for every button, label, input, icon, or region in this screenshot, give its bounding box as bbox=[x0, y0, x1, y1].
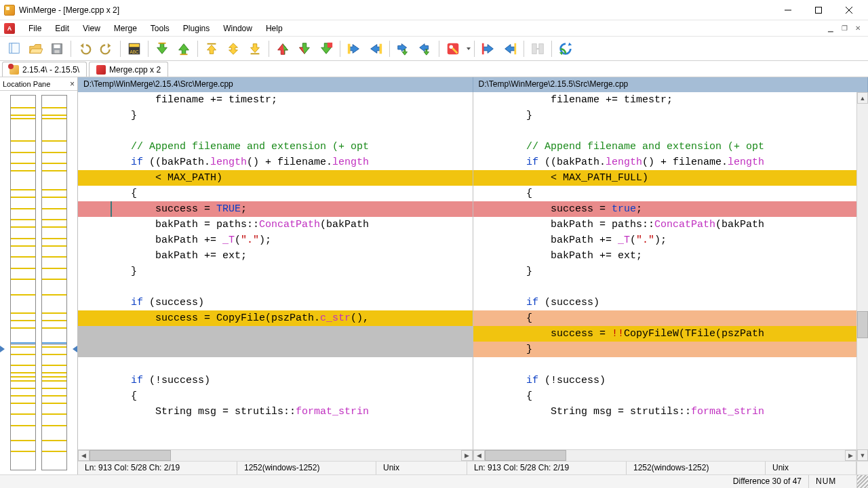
vertical-scrollbar[interactable]: ▲ ▼ bbox=[856, 92, 868, 461]
open-button[interactable] bbox=[25, 39, 45, 59]
scroll-right-icon[interactable]: ▶ bbox=[845, 450, 856, 461]
prev-diff-red-button[interactable] bbox=[294, 39, 315, 59]
menu-view[interactable]: View bbox=[76, 22, 107, 35]
svg-rect-16 bbox=[328, 42, 332, 47]
next-diff-red-button[interactable] bbox=[273, 39, 293, 59]
copy-right-advance-button[interactable] bbox=[393, 39, 414, 59]
menu-merge[interactable]: Merge bbox=[107, 22, 144, 35]
location-column-right[interactable] bbox=[41, 95, 67, 470]
menu-plugins[interactable]: Plugins bbox=[176, 22, 216, 35]
right-pane: filename += timestr; } // Append filenam… bbox=[473, 92, 868, 461]
right-eol: Unix bbox=[766, 462, 856, 474]
current-diff-button[interactable] bbox=[223, 39, 243, 59]
svg-rect-24 bbox=[539, 43, 543, 54]
refresh-button[interactable] bbox=[555, 39, 576, 59]
left-file-path: D:\Temp\WinMerge\2.15.4\Src\Merge.cpp bbox=[78, 77, 473, 92]
svg-rect-8 bbox=[54, 49, 59, 53]
svg-rect-15 bbox=[251, 53, 260, 54]
next-conflict-button[interactable] bbox=[316, 39, 336, 59]
svg-rect-18 bbox=[380, 43, 382, 54]
tab-file-compare[interactable]: Merge.cpp x 2 bbox=[89, 62, 168, 77]
svg-rect-12 bbox=[159, 42, 166, 43]
tab-label: Merge.cpp x 2 bbox=[109, 65, 161, 75]
left-eol: Unix bbox=[376, 462, 467, 474]
mdi-close-icon[interactable]: ✕ bbox=[852, 22, 864, 35]
scroll-down-icon[interactable]: ▼ bbox=[857, 449, 868, 461]
toolbar: ABC bbox=[0, 37, 868, 61]
location-column-left[interactable] bbox=[10, 95, 36, 470]
svg-rect-1 bbox=[815, 7, 821, 13]
left-pane: filename += timestr; } // Append filenam… bbox=[78, 92, 473, 461]
left-horizontal-scrollbar[interactable]: ◀ ▶ bbox=[78, 449, 473, 461]
mdi-restore-icon[interactable]: ❐ bbox=[838, 22, 850, 35]
diff-counter: Difference 30 of 47 bbox=[726, 475, 809, 488]
svg-rect-10 bbox=[130, 43, 140, 47]
left-position: Ln: 913 Col: 5/28 Ch: 2/19 bbox=[78, 462, 237, 474]
all-right-button[interactable] bbox=[478, 39, 498, 59]
dropdown-icon[interactable] bbox=[466, 41, 471, 56]
svg-rect-22 bbox=[514, 43, 516, 54]
scroll-thumb[interactable] bbox=[90, 450, 171, 461]
close-icon[interactable]: × bbox=[70, 79, 75, 89]
last-diff-button[interactable] bbox=[245, 39, 265, 59]
next-diff-button[interactable] bbox=[152, 39, 172, 59]
menu-edit[interactable]: Edit bbox=[48, 22, 76, 35]
location-arrow-right-icon bbox=[73, 346, 77, 352]
tab-folder-compare[interactable]: 2.15.4\ - 2.15.5\ bbox=[2, 62, 87, 77]
folder-icon bbox=[9, 65, 19, 75]
title-bar: WinMerge - [Merge.cpp x 2] bbox=[0, 0, 868, 20]
minimize-button[interactable] bbox=[772, 0, 803, 20]
left-code-view[interactable]: filename += timestr; } // Append filenam… bbox=[78, 92, 473, 449]
svg-rect-7 bbox=[54, 44, 60, 48]
location-pane-body[interactable] bbox=[0, 91, 77, 474]
compare-button[interactable]: ABC bbox=[124, 39, 144, 59]
mdi-minimize-icon[interactable]: ▁ bbox=[825, 22, 837, 35]
close-button[interactable] bbox=[833, 0, 864, 20]
left-encoding: 1252(windows-1252) bbox=[237, 462, 376, 474]
save-button[interactable] bbox=[47, 39, 67, 59]
num-lock-indicator: NUM bbox=[809, 475, 856, 488]
menu-window[interactable]: Window bbox=[216, 22, 259, 35]
scroll-thumb[interactable] bbox=[485, 450, 566, 461]
resize-grip[interactable] bbox=[856, 475, 868, 488]
svg-rect-14 bbox=[208, 43, 216, 44]
right-encoding: 1252(windows-1252) bbox=[627, 462, 766, 474]
menu-tools[interactable]: Tools bbox=[144, 22, 176, 35]
right-code-view[interactable]: filename += timestr; } // Append filenam… bbox=[473, 92, 856, 449]
global-status-bar: Difference 30 of 47 NUM bbox=[0, 474, 868, 488]
app-icon bbox=[4, 5, 15, 16]
scroll-left-icon[interactable]: ◀ bbox=[78, 450, 90, 461]
menu-help[interactable]: Help bbox=[259, 22, 290, 35]
workspace: Location Pane × D:\Temp\WinMerge\2.15.4\… bbox=[0, 77, 868, 474]
options-button[interactable] bbox=[443, 39, 463, 59]
copy-left-button[interactable] bbox=[366, 39, 386, 59]
doc-icon bbox=[4, 23, 15, 34]
scroll-up-icon[interactable]: ▲ bbox=[857, 92, 868, 104]
prev-diff-button[interactable] bbox=[174, 39, 194, 59]
first-diff-button[interactable] bbox=[201, 39, 222, 59]
tab-label: 2.15.4\ - 2.15.5\ bbox=[22, 65, 79, 75]
undo-button[interactable] bbox=[75, 39, 95, 59]
svg-rect-5 bbox=[12, 43, 19, 53]
diff-area: D:\Temp\WinMerge\2.15.4\Src\Merge.cpp D:… bbox=[78, 77, 868, 474]
all-left-button[interactable] bbox=[500, 39, 520, 59]
document-tab-strip: 2.15.4\ - 2.15.5\ Merge.cpp x 2 bbox=[0, 61, 868, 77]
svg-rect-21 bbox=[482, 43, 484, 54]
copy-right-button[interactable] bbox=[344, 39, 364, 59]
svg-text:ABC: ABC bbox=[130, 49, 139, 54]
right-horizontal-scrollbar[interactable]: ◀ ▶ bbox=[473, 449, 856, 461]
right-position: Ln: 913 Col: 5/28 Ch: 2/19 bbox=[467, 462, 627, 474]
maximize-button[interactable] bbox=[803, 0, 833, 20]
merge-button[interactable] bbox=[528, 39, 548, 59]
copy-left-advance-button[interactable] bbox=[415, 39, 435, 59]
scroll-thumb[interactable] bbox=[857, 311, 868, 338]
redo-button[interactable] bbox=[96, 39, 117, 59]
svg-rect-17 bbox=[348, 43, 351, 54]
scroll-left-icon[interactable]: ◀ bbox=[473, 450, 485, 461]
svg-rect-13 bbox=[180, 54, 188, 55]
menu-file[interactable]: File bbox=[22, 22, 48, 35]
right-file-path: D:\Temp\WinMerge\2.15.5\Src\Merge.cpp bbox=[473, 77, 869, 92]
scroll-right-icon[interactable]: ▶ bbox=[461, 450, 473, 461]
new-button[interactable] bbox=[3, 39, 24, 59]
location-pane: Location Pane × bbox=[0, 77, 78, 474]
